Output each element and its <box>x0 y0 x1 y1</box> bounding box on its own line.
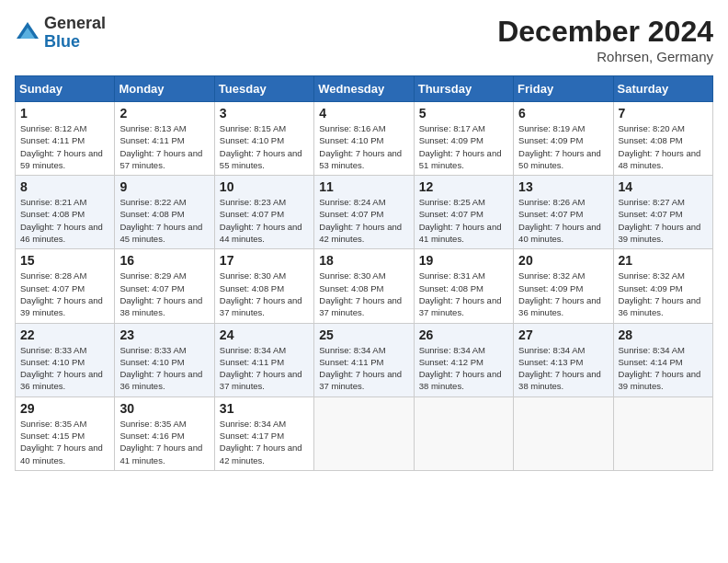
day-info: Sunrise: 8:28 AMSunset: 4:07 PMDaylight:… <box>20 270 109 318</box>
day-number: 25 <box>319 327 408 342</box>
day-number: 9 <box>119 179 209 194</box>
day-number: 21 <box>619 253 708 268</box>
day-info: Sunrise: 8:21 AMSunset: 4:08 PMDaylight:… <box>20 196 109 245</box>
logo-text: General Blue <box>44 15 106 52</box>
day-number: 30 <box>119 401 209 416</box>
calendar-week-1: 1Sunrise: 8:12 AMSunset: 4:11 PMDaylight… <box>16 102 713 176</box>
day-info: Sunrise: 8:34 AMSunset: 4:14 PMDaylight:… <box>619 344 708 393</box>
day-info: Sunrise: 8:34 AMSunset: 4:12 PMDaylight:… <box>419 344 508 393</box>
calendar-week-4: 22Sunrise: 8:33 AMSunset: 4:10 PMDayligh… <box>16 323 713 396</box>
day-header-wednesday: Wednesday <box>314 76 414 102</box>
day-info: Sunrise: 8:23 AMSunset: 4:07 PMDaylight:… <box>220 196 309 245</box>
calendar-cell: 9Sunrise: 8:22 AMSunset: 4:08 PMDaylight… <box>115 176 214 249</box>
day-header-friday: Friday <box>514 76 613 102</box>
day-number: 14 <box>619 179 708 194</box>
day-number: 16 <box>119 253 209 268</box>
calendar-table: SundayMondayTuesdayWednesdayThursdayFrid… <box>15 75 713 471</box>
day-number: 10 <box>220 179 309 194</box>
day-info: Sunrise: 8:35 AMSunset: 4:15 PMDaylight:… <box>20 418 109 466</box>
calendar-cell: 7Sunrise: 8:20 AMSunset: 4:08 PMDaylight… <box>613 102 712 176</box>
day-number: 1 <box>20 106 109 121</box>
calendar-cell: 21Sunrise: 8:32 AMSunset: 4:09 PMDayligh… <box>613 249 712 323</box>
calendar-cell: 10Sunrise: 8:23 AMSunset: 4:07 PMDayligh… <box>214 176 313 249</box>
day-header-saturday: Saturday <box>613 76 712 102</box>
day-info: Sunrise: 8:19 AMSunset: 4:09 PMDaylight:… <box>518 122 608 171</box>
calendar-week-2: 8Sunrise: 8:21 AMSunset: 4:08 PMDaylight… <box>16 176 713 249</box>
calendar-cell: 19Sunrise: 8:31 AMSunset: 4:08 PMDayligh… <box>414 249 513 323</box>
day-number: 8 <box>20 179 109 194</box>
day-info: Sunrise: 8:32 AMSunset: 4:09 PMDaylight:… <box>518 270 608 318</box>
calendar-cell: 17Sunrise: 8:30 AMSunset: 4:08 PMDayligh… <box>214 249 313 323</box>
day-number: 11 <box>319 179 408 194</box>
calendar-cell: 1Sunrise: 8:12 AMSunset: 4:11 PMDaylight… <box>16 102 115 176</box>
day-number: 23 <box>119 327 209 342</box>
header-row: SundayMondayTuesdayWednesdayThursdayFrid… <box>16 76 713 102</box>
calendar-cell: 30Sunrise: 8:35 AMSunset: 4:16 PMDayligh… <box>115 396 214 470</box>
day-info: Sunrise: 8:15 AMSunset: 4:10 PMDaylight:… <box>220 122 309 171</box>
day-info: Sunrise: 8:32 AMSunset: 4:09 PMDaylight:… <box>619 270 708 318</box>
page-header: General Blue December 2024 Rohrsen, Germ… <box>15 15 713 64</box>
day-number: 28 <box>619 327 708 342</box>
day-info: Sunrise: 8:22 AMSunset: 4:08 PMDaylight:… <box>119 196 209 245</box>
calendar-cell: 24Sunrise: 8:34 AMSunset: 4:11 PMDayligh… <box>214 323 313 396</box>
day-header-thursday: Thursday <box>414 76 513 102</box>
calendar-cell: 31Sunrise: 8:34 AMSunset: 4:17 PMDayligh… <box>214 396 313 470</box>
day-number: 31 <box>220 401 309 416</box>
calendar-cell: 16Sunrise: 8:29 AMSunset: 4:07 PMDayligh… <box>115 249 214 323</box>
day-number: 29 <box>20 401 109 416</box>
day-info: Sunrise: 8:30 AMSunset: 4:08 PMDaylight:… <box>220 270 309 318</box>
day-info: Sunrise: 8:34 AMSunset: 4:13 PMDaylight:… <box>518 344 608 393</box>
day-info: Sunrise: 8:34 AMSunset: 4:11 PMDaylight:… <box>319 344 408 393</box>
day-info: Sunrise: 8:20 AMSunset: 4:08 PMDaylight:… <box>619 122 708 171</box>
calendar-cell: 8Sunrise: 8:21 AMSunset: 4:08 PMDaylight… <box>16 176 115 249</box>
day-header-monday: Monday <box>115 76 214 102</box>
calendar-cell <box>613 396 712 470</box>
day-info: Sunrise: 8:34 AMSunset: 4:11 PMDaylight:… <box>220 344 309 393</box>
month-title: December 2024 <box>497 15 713 49</box>
calendar-cell: 23Sunrise: 8:33 AMSunset: 4:10 PMDayligh… <box>115 323 214 396</box>
calendar-cell: 27Sunrise: 8:34 AMSunset: 4:13 PMDayligh… <box>514 323 613 396</box>
calendar-cell: 26Sunrise: 8:34 AMSunset: 4:12 PMDayligh… <box>414 323 513 396</box>
day-info: Sunrise: 8:24 AMSunset: 4:07 PMDaylight:… <box>319 196 408 245</box>
calendar-cell <box>514 396 613 470</box>
day-info: Sunrise: 8:35 AMSunset: 4:16 PMDaylight:… <box>119 418 209 466</box>
day-number: 26 <box>419 327 508 342</box>
calendar-cell: 6Sunrise: 8:19 AMSunset: 4:09 PMDaylight… <box>514 102 613 176</box>
day-info: Sunrise: 8:26 AMSunset: 4:07 PMDaylight:… <box>518 196 608 245</box>
day-info: Sunrise: 8:29 AMSunset: 4:07 PMDaylight:… <box>119 270 209 318</box>
logo: General Blue <box>15 15 106 52</box>
day-info: Sunrise: 8:13 AMSunset: 4:11 PMDaylight:… <box>119 122 209 171</box>
calendar-cell: 18Sunrise: 8:30 AMSunset: 4:08 PMDayligh… <box>314 249 414 323</box>
calendar-week-3: 15Sunrise: 8:28 AMSunset: 4:07 PMDayligh… <box>16 249 713 323</box>
day-number: 15 <box>20 253 109 268</box>
title-block: December 2024 Rohrsen, Germany <box>497 15 713 64</box>
day-info: Sunrise: 8:16 AMSunset: 4:10 PMDaylight:… <box>319 122 408 171</box>
day-info: Sunrise: 8:34 AMSunset: 4:17 PMDaylight:… <box>220 418 309 466</box>
calendar-cell: 28Sunrise: 8:34 AMSunset: 4:14 PMDayligh… <box>613 323 712 396</box>
calendar-cell: 12Sunrise: 8:25 AMSunset: 4:07 PMDayligh… <box>414 176 513 249</box>
day-header-sunday: Sunday <box>16 76 115 102</box>
day-number: 4 <box>319 106 408 121</box>
calendar-cell: 11Sunrise: 8:24 AMSunset: 4:07 PMDayligh… <box>314 176 414 249</box>
day-info: Sunrise: 8:31 AMSunset: 4:08 PMDaylight:… <box>419 270 508 318</box>
calendar-cell <box>314 396 414 470</box>
day-number: 22 <box>20 327 109 342</box>
day-info: Sunrise: 8:17 AMSunset: 4:09 PMDaylight:… <box>419 122 508 171</box>
calendar-cell: 3Sunrise: 8:15 AMSunset: 4:10 PMDaylight… <box>214 102 313 176</box>
calendar-cell: 22Sunrise: 8:33 AMSunset: 4:10 PMDayligh… <box>16 323 115 396</box>
day-number: 20 <box>518 253 608 268</box>
day-number: 27 <box>518 327 608 342</box>
day-number: 6 <box>518 106 608 121</box>
calendar-cell: 25Sunrise: 8:34 AMSunset: 4:11 PMDayligh… <box>314 323 414 396</box>
calendar-cell: 5Sunrise: 8:17 AMSunset: 4:09 PMDaylight… <box>414 102 513 176</box>
day-info: Sunrise: 8:33 AMSunset: 4:10 PMDaylight:… <box>119 344 209 393</box>
logo-line2: Blue <box>44 33 106 52</box>
location: Rohrsen, Germany <box>497 49 713 64</box>
day-number: 13 <box>518 179 608 194</box>
day-number: 12 <box>419 179 508 194</box>
day-number: 2 <box>119 106 209 121</box>
calendar-header: SundayMondayTuesdayWednesdayThursdayFrid… <box>16 76 713 102</box>
day-number: 3 <box>220 106 309 121</box>
day-info: Sunrise: 8:25 AMSunset: 4:07 PMDaylight:… <box>419 196 508 245</box>
calendar-cell: 15Sunrise: 8:28 AMSunset: 4:07 PMDayligh… <box>16 249 115 323</box>
